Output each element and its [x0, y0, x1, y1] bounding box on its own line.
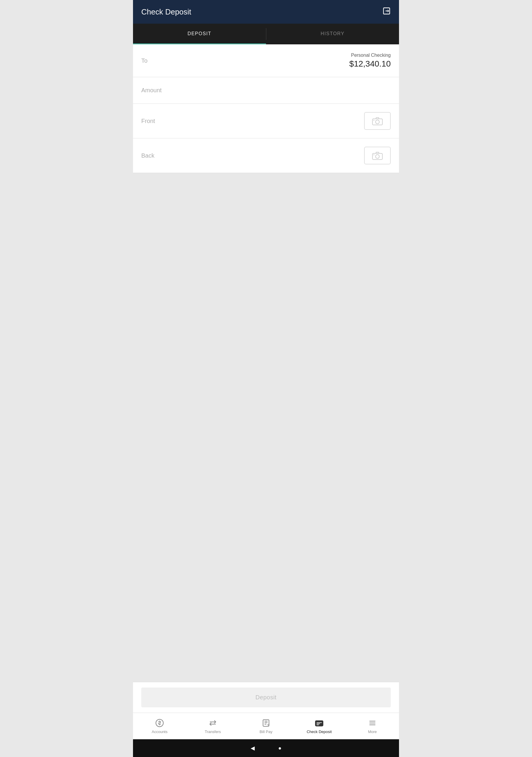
nav-item-more[interactable]: More: [346, 713, 399, 739]
more-icon: [368, 718, 377, 728]
front-label: Front: [141, 118, 155, 125]
svg-rect-12: [316, 721, 323, 726]
gray-area: [133, 173, 399, 682]
back-camera-button[interactable]: [364, 147, 391, 165]
amount-row[interactable]: Amount: [133, 77, 399, 104]
android-back-button[interactable]: ◀: [251, 745, 255, 751]
tab-deposit[interactable]: DEPOSIT: [133, 24, 266, 45]
form-area: To Personal Checking $12,340.10 Amount F…: [133, 45, 399, 173]
svg-point-6: [376, 155, 379, 159]
deposit-button[interactable]: Deposit: [141, 687, 391, 707]
tab-history[interactable]: HISTORY: [266, 24, 399, 45]
nav-item-accounts[interactable]: Accounts: [133, 713, 186, 739]
back-label: Back: [141, 152, 154, 159]
account-balance: $12,340.10: [349, 59, 391, 69]
account-name: Personal Checking: [349, 53, 391, 58]
svg-point-2: [376, 120, 379, 124]
front-row[interactable]: Front: [133, 104, 399, 138]
amount-label: Amount: [141, 87, 162, 94]
check-deposit-icon: [314, 718, 324, 728]
bottom-nav: Accounts Transfers Bill Pay: [133, 712, 399, 739]
tab-bar: DEPOSIT HISTORY: [133, 24, 399, 45]
to-label: To: [141, 57, 147, 64]
to-row[interactable]: To Personal Checking $12,340.10: [133, 45, 399, 77]
nav-item-bill-pay[interactable]: Bill Pay: [239, 713, 293, 739]
android-nav-bar: ◀ ●: [133, 739, 399, 757]
exit-icon[interactable]: [382, 7, 391, 17]
android-home-button[interactable]: ●: [279, 745, 282, 751]
bill-pay-icon: [261, 718, 271, 728]
page-title: Check Deposit: [141, 7, 191, 16]
nav-label-accounts: Accounts: [152, 730, 167, 734]
dollar-circle-icon: [155, 718, 164, 728]
nav-label-transfers: Transfers: [205, 730, 221, 734]
transfers-icon: [208, 718, 218, 728]
nav-label-more: More: [368, 730, 377, 734]
account-info: Personal Checking $12,340.10: [349, 53, 391, 69]
back-row[interactable]: Back: [133, 138, 399, 173]
nav-label-bill-pay: Bill Pay: [259, 730, 272, 734]
nav-label-check-deposit: Check Deposit: [307, 730, 332, 734]
header: Check Deposit: [133, 0, 399, 24]
nav-item-transfers[interactable]: Transfers: [186, 713, 239, 739]
deposit-btn-container: Deposit: [133, 682, 399, 712]
nav-item-check-deposit[interactable]: Check Deposit: [293, 713, 346, 739]
front-camera-button[interactable]: [364, 112, 391, 130]
